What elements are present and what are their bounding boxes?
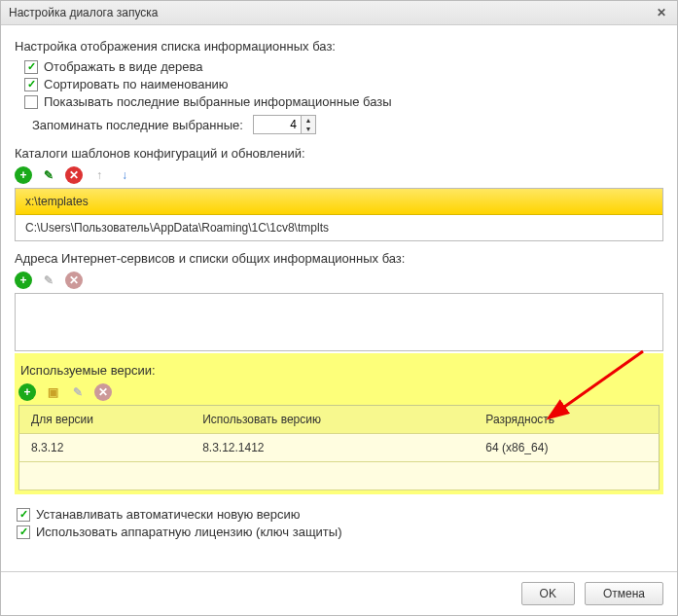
delete-icon[interactable]: ✕ [65,166,83,184]
checkbox-label: Сортировать по наименованию [44,77,229,91]
table-row[interactable]: 8.3.12 8.3.12.1412 64 (x86_64) [19,434,660,462]
checkbox-icon [17,508,30,522]
table-row[interactable] [19,462,660,490]
move-up-icon[interactable]: ↑ [90,166,108,184]
internet-toolbar: + ✎ ✕ [15,272,663,289]
checkbox-show-recent[interactable]: Показывать последние выбранные информаци… [24,94,663,109]
checkbox-icon [24,95,38,109]
templates-list[interactable]: x:\templates C:\Users\Пользователь\AppDa… [15,188,663,241]
checkbox-icon [24,78,38,91]
versions-label: Используемые версии: [20,363,660,378]
edit-icon: ✎ [40,272,57,289]
internet-list[interactable] [15,293,663,351]
display-section-label: Настройка отображения списка информацион… [15,39,663,54]
cell-bitness: 64 (x86_64) [474,434,659,462]
checkbox-label: Показывать последние выбранные информаци… [44,94,392,109]
edit-icon[interactable]: ✎ [40,166,57,184]
list-item[interactable]: C:\Users\Пользователь\AppData\Roaming\1C… [16,215,662,240]
checkbox-label: Использовать аппаратную лицензию (ключ з… [36,525,342,539]
move-down-icon[interactable]: ↓ [116,166,133,184]
remember-count-input[interactable] [254,116,301,133]
spinner-down-icon[interactable]: ▼ [302,125,315,133]
dialog-footer: OK Отмена [1,571,677,615]
cell-use-version: 8.3.12.1412 [191,434,474,462]
checkbox-auto-update[interactable]: Устанавливать автоматически новую версию [17,507,663,522]
ok-button[interactable]: OK [521,582,575,605]
checkbox-icon [17,525,30,539]
list-item[interactable]: x:\templates [16,189,662,215]
titlebar: Настройка диалога запуска ✕ [1,1,677,25]
checkbox-label: Отображать в виде дерева [44,59,202,74]
delete-icon: ✕ [94,383,112,401]
versions-section: Используемые версии: + ▣ ✎ ✕ Для версии … [15,353,663,494]
edit-icon: ✎ [69,383,87,401]
templates-label: Каталоги шаблонов конфигураций и обновле… [15,146,663,161]
window-title: Настройка диалога запуска [9,6,158,19]
versions-toolbar: + ▣ ✎ ✕ [18,383,660,401]
cell-for-version: 8.3.12 [19,434,192,462]
add-icon[interactable]: + [15,272,32,289]
remember-label: Запоминать последние выбранные: [32,118,243,132]
remember-row: Запоминать последние выбранные: ▲ ▼ [32,115,663,134]
cancel-button[interactable]: Отмена [585,582,663,605]
close-icon[interactable]: ✕ [654,5,669,20]
checkbox-hw-license[interactable]: Использовать аппаратную лицензию (ключ з… [17,525,663,539]
col-for-version: Для версии [19,406,192,434]
col-bitness: Разрядность [474,406,659,434]
checkbox-icon [24,60,38,74]
add-icon[interactable]: + [15,166,32,184]
templates-toolbar: + ✎ ✕ ↑ ↓ [15,166,663,184]
delete-icon: ✕ [65,272,83,289]
spinner-up-icon[interactable]: ▲ [302,116,315,125]
folder-icon[interactable]: ▣ [44,383,61,401]
content-area: Настройка отображения списка информацион… [1,25,677,571]
checkbox-tree-view[interactable]: Отображать в виде дерева [24,59,663,74]
dialog-window: Настройка диалога запуска ✕ Настройка от… [0,0,678,616]
add-icon[interactable]: + [18,383,36,401]
versions-table: Для версии Использовать версию Разряднос… [18,405,660,490]
internet-label: Адреса Интернет-сервисов и списки общих … [15,251,663,266]
col-use-version: Использовать версию [191,406,474,434]
remember-count-spinner[interactable]: ▲ ▼ [253,115,316,134]
checkbox-sort-by-name[interactable]: Сортировать по наименованию [24,77,663,91]
checkbox-label: Устанавливать автоматически новую версию [36,507,301,522]
